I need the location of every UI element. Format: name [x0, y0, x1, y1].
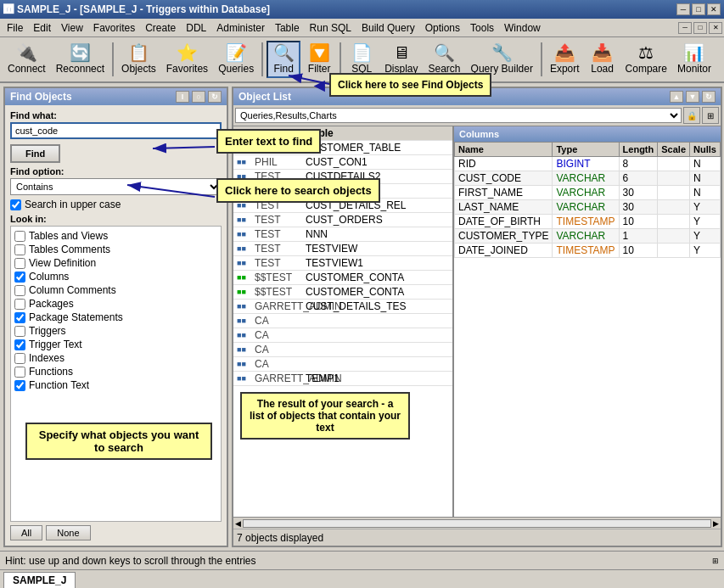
toolbar-filter[interactable]: 🔽 Filter	[302, 42, 336, 77]
toolbar-search[interactable]: 🔍 Search	[424, 42, 465, 77]
toolbar-compare[interactable]: ⚖ Compare	[621, 42, 671, 77]
toolbar-queries[interactable]: 📝 Queries	[214, 42, 258, 77]
row-icon: ■■	[237, 272, 252, 283]
table-row[interactable]: ■■ $$TEST CUSTOMER_CONTA	[233, 285, 452, 300]
look-in-tables-views: Tables and Views	[14, 230, 217, 242]
function-text-checkbox[interactable]	[14, 380, 25, 391]
menu-administer[interactable]: Administer	[211, 20, 270, 36]
packages-checkbox[interactable]	[14, 299, 25, 310]
table-row[interactable]: ■■ TEST CUSTDETAILS2	[233, 170, 452, 184]
table-row[interactable]: ■■ GARRETT_ADMIN TEMP1	[233, 372, 452, 386]
table-row[interactable]: ■■ TEST TESTVIEW	[233, 242, 452, 256]
toolbar-display[interactable]: 🖥 Display	[380, 42, 422, 77]
tables-comments-checkbox[interactable]	[14, 244, 25, 255]
row-icon: ■■	[237, 243, 252, 255]
search-upper-case-label: Search in upper case	[25, 199, 121, 210]
find-option-select[interactable]: Contains Starts with Exact match	[10, 178, 222, 195]
objects-icon: 📋	[128, 44, 149, 61]
menu-view[interactable]: View	[56, 20, 88, 36]
row-icon: ■■	[237, 257, 252, 269]
hscroll-track[interactable]	[243, 519, 711, 528]
table-row[interactable]: ■■ CA	[233, 343, 452, 357]
toolbar-find[interactable]: 🔍 Find	[267, 41, 300, 78]
find-what-input[interactable]	[10, 122, 222, 139]
table-row[interactable]: ■■ CA	[233, 357, 452, 372]
view-definition-checkbox[interactable]	[14, 258, 25, 269]
row-icon: ■■	[237, 315, 252, 327]
obj-panel-up[interactable]: ▲	[670, 91, 683, 103]
menu-window[interactable]: Window	[499, 20, 546, 36]
columns-checkbox[interactable]	[14, 272, 25, 283]
toolbar-reconnect[interactable]: 🔄 Reconnect	[52, 42, 109, 77]
maximize-button[interactable]: □	[692, 3, 705, 15]
table-row[interactable]: ■■ TEST CUST_ORDERS	[233, 213, 452, 227]
find-button[interactable]: Find	[10, 144, 60, 163]
status-bar: Hint: use up and down keys to scroll thr…	[0, 551, 724, 569]
table-row[interactable]: ■■ CA	[233, 314, 452, 328]
toolbar-sep-2	[261, 42, 263, 76]
table-row[interactable]: ■■ GARRETT_ADMIN CUST_DETAILS_TES	[233, 300, 452, 314]
toolbar-connect-label: Connect	[8, 63, 46, 75]
all-button[interactable]: All	[10, 525, 42, 540]
table-row[interactable]: ■■ TEST NNN	[233, 227, 452, 242]
menu-table[interactable]: Table	[270, 20, 305, 36]
table-row[interactable]: ■■ TEST CUST_DETAILS_REL	[233, 199, 452, 213]
obj-list-lock-btn[interactable]: 🔒	[683, 107, 700, 124]
table-row[interactable]: ■■ TEST CUSTDETAILS3	[233, 184, 452, 199]
menu-create[interactable]: Create	[140, 20, 181, 36]
menu-run-sql[interactable]: Run SQL	[305, 20, 356, 36]
menu-max-btn[interactable]: □	[693, 22, 707, 34]
menu-min-btn[interactable]: ─	[678, 22, 692, 34]
table-row[interactable]: ■■ PHIL CUST_CON1	[233, 155, 452, 170]
table-row[interactable]: ■■ TEST TESTVIEW1	[233, 256, 452, 271]
table-row[interactable]: ■■ PHIL CUSTOMER_TABLE	[233, 141, 452, 155]
toolbar-objects[interactable]: 📋 Objects	[117, 42, 160, 77]
toolbar-connect[interactable]: 🔌 Connect	[3, 42, 50, 77]
toolbar-sql[interactable]: 📄 SQL	[345, 42, 379, 77]
obj-panel-refresh[interactable]: ↻	[702, 91, 716, 103]
tab-sample-j[interactable]: SAMPLE_J	[3, 572, 76, 588]
toolbar-export[interactable]: 📤 Export	[546, 42, 584, 77]
object-list-dropdown[interactable]: Queries,Results,Charts Tables Views	[235, 108, 682, 123]
menu-options[interactable]: Options	[420, 20, 465, 36]
triggers-checkbox[interactable]	[14, 326, 25, 337]
table-row: DATE_OF_BIRTH TIMESTAMP 10 Y	[455, 215, 721, 229]
toolbar-query-builder[interactable]: 🔧 Query Builder	[467, 42, 537, 77]
trigger-text-checkbox[interactable]	[14, 339, 25, 350]
menu-close-btn[interactable]: ✕	[709, 22, 722, 34]
table-row: LAST_NAME VARCHAR 30 Y	[455, 200, 721, 215]
find-panel-ctrl3[interactable]: ↻	[208, 91, 222, 103]
toolbar-load[interactable]: 📥 Load	[586, 42, 620, 77]
obj-list-grid-btn[interactable]: ⊞	[702, 107, 719, 124]
indexes-checkbox[interactable]	[14, 353, 25, 364]
minimize-button[interactable]: ─	[676, 3, 690, 15]
obj-panel-down[interactable]: ▼	[686, 91, 699, 103]
look-in-triggers: Triggers	[14, 325, 217, 337]
close-button[interactable]: ✕	[707, 3, 721, 15]
menu-file[interactable]: File	[2, 20, 28, 36]
col-header-name: Name	[455, 143, 553, 157]
tables-views-checkbox[interactable]	[14, 231, 25, 242]
menu-tools[interactable]: Tools	[465, 20, 499, 36]
functions-checkbox[interactable]	[14, 367, 25, 378]
menu-edit[interactable]: Edit	[28, 20, 56, 36]
object-list-header: Object List ▲ ▼ ↻	[233, 88, 721, 105]
menu-favorites[interactable]: Favorites	[88, 20, 140, 36]
table-row[interactable]: ■■ $$TEST CUSTOMER_CONTA	[233, 271, 452, 285]
toolbar-monitor[interactable]: 📊 Monitor	[673, 42, 716, 77]
monitor-icon: 📊	[683, 44, 704, 61]
none-button[interactable]: None	[46, 525, 90, 540]
find-panel-ctrl1[interactable]: I	[176, 91, 189, 103]
table-row[interactable]: ■■ CA	[233, 328, 452, 343]
package-statements-checkbox[interactable]	[14, 312, 25, 323]
row-icon: ■■	[237, 199, 252, 211]
query-builder-icon: 🔧	[491, 44, 513, 61]
toolbar-favorites[interactable]: ⭐ Favorites	[162, 42, 212, 77]
menu-ddl[interactable]: DDL	[181, 20, 211, 36]
menu-build-query[interactable]: Build Query	[356, 20, 420, 36]
find-panel-ctrl2[interactable]: ○	[192, 91, 205, 103]
menu-bar: File Edit View Favorites Create DDL Admi…	[0, 19, 724, 37]
column-comments-checkbox[interactable]	[14, 285, 25, 296]
search-upper-case-checkbox[interactable]	[10, 199, 21, 210]
right-panel: Object List ▲ ▼ ↻ Queries,Results,Charts…	[232, 87, 722, 547]
